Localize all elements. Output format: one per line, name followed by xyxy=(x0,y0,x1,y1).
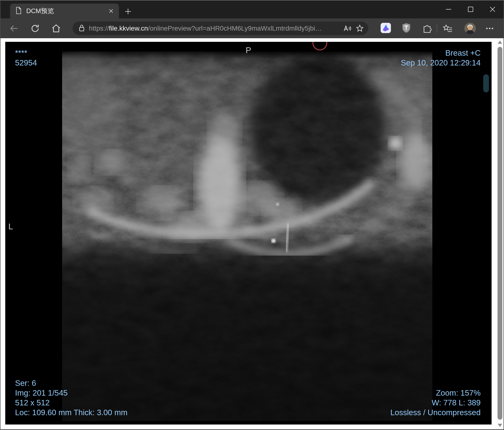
scroll-down-icon[interactable] xyxy=(498,424,502,427)
browser-tab[interactable]: DCM预览 xyxy=(10,4,119,18)
study-datetime: Sep 10, 2020 12:29:14 xyxy=(401,58,481,68)
image-matrix: 512 x 512 xyxy=(15,398,127,408)
orientation-marker-left: L xyxy=(8,222,13,231)
home-icon[interactable] xyxy=(51,23,61,34)
shield-t-extension-icon[interactable] xyxy=(401,22,411,34)
compression-info: Lossless / Uncompressed xyxy=(390,408,481,417)
window-level: W: 778 L: 389 xyxy=(390,398,481,408)
image-number: Img: 201 1/545 xyxy=(15,388,127,398)
scrollbar-thumb[interactable] xyxy=(497,47,502,420)
study-description: Breast +C xyxy=(401,48,481,58)
lock-icon[interactable] xyxy=(78,24,86,33)
puzzle-extension-icon[interactable] xyxy=(422,23,432,34)
patient-name-masked: **** xyxy=(15,48,37,58)
url-domain: file.kkview.cn xyxy=(109,25,148,32)
preview-page: P L **** 52954 Breast +C Sep 10, 2020 12… xyxy=(0,38,504,429)
read-aloud-icon[interactable] xyxy=(342,24,351,33)
favorites-list-icon[interactable] xyxy=(442,23,453,34)
patient-id: 52954 xyxy=(15,58,37,68)
close-tab-icon[interactable] xyxy=(108,8,114,14)
new-tab-icon[interactable] xyxy=(124,7,132,16)
series-number: Ser: 6 xyxy=(15,378,127,388)
overlay-top-left: **** 52954 xyxy=(15,48,37,68)
url-scheme: https:// xyxy=(89,25,109,32)
browser-scrollbar[interactable] xyxy=(496,38,504,429)
maximize-icon[interactable] xyxy=(459,0,482,18)
dicom-viewport[interactable]: P L **** 52954 Breast +C Sep 10, 2020 12… xyxy=(5,42,492,424)
bird-extension-icon[interactable] xyxy=(380,22,391,34)
stack-scroll-thumb[interactable] xyxy=(483,74,489,92)
window-controls xyxy=(438,0,504,18)
address-bar[interactable]: https://file.kkview.cn/onlinePreview?url… xyxy=(73,21,368,35)
tab-title: DCM预览 xyxy=(26,7,104,15)
slice-location: Loc: 109.60 mm Thick: 3.00 mm xyxy=(15,408,127,417)
refresh-icon[interactable] xyxy=(30,23,40,34)
browser-window: DCM预览 xyxy=(0,0,504,430)
url-path: /onlinePreview?url=aHR0cHM6Ly9maWxlLmtrd… xyxy=(148,25,322,32)
overlay-bottom-left: Ser: 6 Img: 201 1/545 512 x 512 Loc: 109… xyxy=(15,378,127,417)
document-icon xyxy=(15,7,22,15)
toolbar: https://file.kkview.cn/onlinePreview?url… xyxy=(0,18,504,38)
toolbar-divider xyxy=(437,24,437,33)
mri-image xyxy=(62,51,432,421)
scroll-up-icon[interactable] xyxy=(498,41,502,44)
favorite-star-icon[interactable] xyxy=(355,24,365,33)
url-text: https://file.kkview.cn/onlinePreview?url… xyxy=(89,25,339,32)
back-icon[interactable] xyxy=(9,23,19,34)
menu-ellipsis-icon[interactable] xyxy=(484,23,495,34)
zoom-level: Zoom: 157% xyxy=(390,388,481,398)
title-bar: DCM预览 xyxy=(0,0,504,18)
minimize-icon[interactable] xyxy=(438,0,459,18)
profile-avatar[interactable] xyxy=(464,23,476,34)
close-window-icon[interactable] xyxy=(482,0,504,18)
overlay-top-right: Breast +C Sep 10, 2020 12:29:14 xyxy=(401,48,481,68)
overlay-bottom-right: Zoom: 157% W: 778 L: 389 Lossless / Unco… xyxy=(390,388,481,417)
